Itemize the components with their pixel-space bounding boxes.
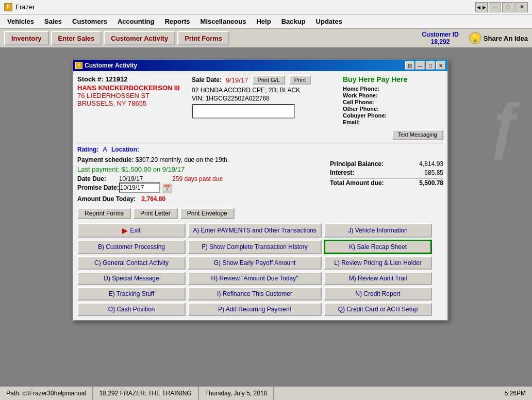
payment-balance-section: Payment schedule: $307.20 monthly, due o… bbox=[77, 156, 443, 205]
last-payment-label: Last payment: bbox=[77, 165, 120, 173]
maximize-button[interactable]: □ bbox=[502, 2, 514, 12]
dialog-maximize-button[interactable]: □ bbox=[426, 61, 435, 70]
reprint-row: Reprint Forms Print Letter Print Envelop… bbox=[77, 208, 443, 219]
interest-label: Interest: bbox=[330, 169, 354, 176]
promise-date-label: Promise Date: bbox=[77, 182, 119, 193]
sale-date-value: 9/19/17 bbox=[226, 76, 248, 84]
refinance-button[interactable]: I) Refinance This Customer bbox=[188, 287, 322, 301]
app-icon: F bbox=[4, 3, 12, 11]
payment-schedule: Payment schedule: $307.20 monthly, due o… bbox=[77, 156, 322, 163]
add-recurring-payment-button[interactable]: P) Add Recurring Payment bbox=[188, 303, 322, 316]
amount-due-value: 2,764.80 bbox=[141, 195, 165, 203]
amount-due-row: Amount Due Today: 2,764.80 bbox=[77, 195, 322, 203]
menu-help[interactable]: Help bbox=[251, 16, 276, 27]
enter-payments-button[interactable]: A) Enter PAYMENTS and Other Transactions bbox=[188, 223, 322, 238]
date-due-row: Date Due: 10/19/17 259 days past due bbox=[77, 175, 223, 182]
dialog-minimize-button[interactable]: — bbox=[415, 61, 425, 70]
work-phone-label: Work Phone: bbox=[343, 92, 378, 98]
share-idea-button[interactable]: 💡 Share An Idea bbox=[469, 32, 528, 44]
print-button[interactable]: Print bbox=[289, 75, 311, 85]
credit-report-button[interactable]: N) Credit Report bbox=[324, 287, 432, 301]
rating-label: Rating: bbox=[77, 146, 98, 153]
customer-activity-button[interactable]: Customer Activity bbox=[104, 31, 175, 45]
review-audit-trail-button[interactable]: M) Review Audit Trail bbox=[324, 272, 432, 285]
interest-row: Interest: 685.85 bbox=[330, 169, 443, 176]
status-time: 5:26PM bbox=[498, 387, 532, 400]
vin-line: VIN: 1HGCG22502A022768 bbox=[192, 95, 337, 102]
dialog-close-button[interactable]: ✕ bbox=[436, 61, 445, 70]
stock-label: Stock #: bbox=[77, 75, 104, 83]
rating-value: A bbox=[103, 145, 107, 153]
promise-date-input[interactable] bbox=[119, 182, 160, 193]
location-label: Location: bbox=[111, 146, 139, 153]
principal-balance-label: Principal Balance: bbox=[330, 160, 384, 168]
total-amount-value: 5,500.78 bbox=[419, 179, 443, 187]
payment-schedule-label: Payment schedule: bbox=[77, 156, 134, 163]
minimize-button[interactable]: — bbox=[489, 2, 501, 12]
vehicle-information-button[interactable]: J) Vehicle Information bbox=[324, 223, 432, 238]
print-letter-button[interactable]: Print Letter bbox=[133, 208, 178, 219]
sale-recap-sheet-button[interactable]: K) Sale Recap Sheet bbox=[324, 240, 432, 254]
print-forms-button[interactable]: Print Forms bbox=[177, 31, 229, 45]
email-row: Email: bbox=[343, 119, 443, 125]
text-messaging-button[interactable]: Text Messaging bbox=[392, 129, 443, 140]
cash-position-button[interactable]: O) Cash Position bbox=[77, 303, 186, 316]
transaction-history-button[interactable]: F) Show Complete Transaction History bbox=[188, 240, 322, 254]
menu-backup[interactable]: Backup bbox=[276, 16, 311, 27]
stock-line: Stock #: 121912 bbox=[77, 75, 186, 83]
last-payment-value: $1,500.00 on 9/19/17 bbox=[121, 165, 185, 173]
interest-value: 685.85 bbox=[424, 169, 443, 176]
dialog-controls: ⊟ — □ ✕ bbox=[405, 61, 445, 70]
general-contact-activity-button[interactable]: C) General Contact Activity bbox=[77, 256, 186, 270]
customer-id-label: Customer ID bbox=[422, 31, 458, 38]
menu-miscellaneous[interactable]: Miscellaneous bbox=[195, 16, 252, 27]
notes-input[interactable] bbox=[192, 104, 295, 119]
exit-icon: ▶ bbox=[122, 226, 128, 235]
main-area: ƒ F Customer Activity ⊟ — □ ✕ Stock #: 1… bbox=[0, 48, 532, 386]
menu-bar: Vehicles Sales Customers Accounting Repo… bbox=[0, 14, 532, 29]
other-phone-row: Other Phone: bbox=[343, 106, 443, 112]
email-label: Email: bbox=[343, 119, 360, 125]
amount-due-today-button[interactable]: H) Review "Amount Due Today" bbox=[188, 272, 322, 285]
menu-sales[interactable]: Sales bbox=[39, 16, 67, 27]
dialog-resize-button[interactable]: ⊟ bbox=[405, 61, 414, 70]
overdue-text: 259 days past due bbox=[172, 175, 223, 182]
customer-id-value: 18,292 bbox=[422, 38, 458, 45]
menu-accounting[interactable]: Accounting bbox=[112, 16, 160, 27]
phone-table: Home Phone: Work Phone: Cell Phone: bbox=[343, 86, 443, 125]
principal-balance-value: 4,814.93 bbox=[419, 160, 443, 168]
exit-button[interactable]: ▶ Exit bbox=[77, 223, 186, 238]
print-envelope-button[interactable]: Print Envelope bbox=[180, 208, 235, 219]
work-phone-row: Work Phone: bbox=[343, 92, 443, 98]
print-gl-button[interactable]: Print G/L bbox=[252, 75, 285, 85]
menu-reports[interactable]: Reports bbox=[159, 16, 195, 27]
close-button[interactable]: ✕ bbox=[516, 2, 528, 12]
date-due-value: 10/19/17 bbox=[119, 175, 172, 182]
menu-updates[interactable]: Updates bbox=[311, 16, 347, 27]
menu-customers[interactable]: Customers bbox=[67, 16, 112, 27]
share-idea-label: Share An Idea bbox=[484, 35, 528, 42]
status-path: Path: d:\Frazer30helpmanual bbox=[0, 387, 93, 400]
customer-info-left: Stock #: 121912 HANS KNICKERBOCKERSON II… bbox=[77, 75, 186, 140]
home-phone-row: Home Phone: bbox=[343, 86, 443, 92]
vehicle-description: 02 HONDA ACCORD CPE; 2D; BLACK bbox=[192, 87, 337, 94]
restore-button[interactable]: ◄► bbox=[475, 2, 488, 12]
payment-schedule-value: $307.20 monthly, due on the 19th. bbox=[136, 156, 229, 163]
enter-sales-button[interactable]: Enter Sales bbox=[51, 31, 102, 45]
total-amount-row: Total Amount due: 5,500.78 bbox=[330, 178, 443, 187]
dialog-body: Stock #: 121912 HANS KNICKERBOCKERSON II… bbox=[73, 71, 447, 320]
early-payoff-button[interactable]: G) Show Early Payoff Amount bbox=[188, 256, 322, 270]
review-pricing-button[interactable]: L) Review Pricing & Lien Holder bbox=[324, 256, 432, 270]
customer-processing-button[interactable]: B) Customer Processing bbox=[77, 240, 186, 254]
special-message-button[interactable]: D) Special Message bbox=[77, 272, 186, 285]
principal-balance-row: Principal Balance: 4,814.93 bbox=[330, 160, 443, 168]
customer-name: HANS KNICKERBOCKERSON III bbox=[77, 84, 186, 92]
tracking-stuff-button[interactable]: E) Tracking Stuff bbox=[77, 287, 186, 301]
inventory-button[interactable]: Inventory bbox=[4, 31, 49, 45]
menu-vehicles[interactable]: Vehicles bbox=[2, 16, 39, 27]
calendar-button[interactable]: 📅 bbox=[162, 183, 172, 193]
reprint-forms-button[interactable]: Reprint Forms bbox=[77, 208, 131, 219]
customer-address-1: 76 LIEDERHOSSEN ST bbox=[77, 92, 186, 99]
vehicle-info-mid: Sale Date: 9/19/17 Print G/L Print 02 HO… bbox=[192, 75, 337, 140]
credit-card-ach-button[interactable]: Q) Credit Card or ACH Setup bbox=[324, 303, 432, 316]
